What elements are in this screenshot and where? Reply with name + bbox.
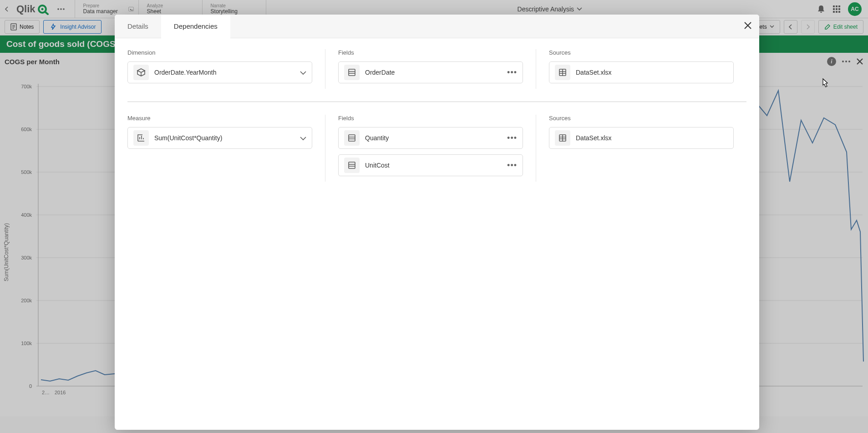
dependency-row-dimension: Dimension OrderDate.YearMonth Fields Ord…: [127, 49, 746, 102]
field-icon: [344, 130, 360, 146]
source-pill[interactable]: DataSet.xlsx: [549, 127, 734, 149]
field-name: OrderDate: [365, 69, 502, 76]
measure-column: Measure Sum(UnitCost*Quantity): [127, 115, 325, 182]
modal-close-button[interactable]: [744, 20, 752, 32]
chevron-down-icon[interactable]: [300, 133, 306, 143]
field-more-button[interactable]: •••: [507, 133, 517, 143]
table-icon: [555, 65, 570, 80]
sources-column: Sources DataSet.xlsx: [536, 49, 746, 89]
sources-column: Sources DataSet.xlsx: [536, 115, 746, 182]
field-pill[interactable]: UnitCost •••: [338, 154, 523, 176]
field-icon: [344, 65, 360, 80]
table-icon: [555, 130, 570, 146]
cube-icon: [133, 65, 149, 80]
source-pill[interactable]: DataSet.xlsx: [549, 61, 734, 83]
dependency-row-measure: Measure Sum(UnitCost*Quantity) Fields Qu…: [127, 115, 746, 194]
fields-column: Fields Quantity ••• UnitCost •••: [325, 115, 536, 182]
close-icon: [744, 21, 752, 30]
modal-body: Dimension OrderDate.YearMonth Fields Ord…: [115, 38, 759, 430]
dimension-label: Dimension: [127, 49, 312, 56]
fields-column: Fields OrderDate •••: [325, 49, 536, 89]
field-pill[interactable]: Quantity •••: [338, 127, 523, 149]
fields-label: Fields: [338, 115, 523, 122]
field-pill[interactable]: OrderDate •••: [338, 61, 523, 83]
field-more-button[interactable]: •••: [507, 161, 517, 170]
tab-dependencies[interactable]: Dependencies: [161, 15, 230, 38]
field-name: Quantity: [365, 134, 502, 142]
field-name: UnitCost: [365, 162, 502, 169]
field-more-button[interactable]: •••: [507, 68, 517, 77]
sources-label: Sources: [549, 49, 734, 56]
measure-pill[interactable]: Sum(UnitCost*Quantity): [127, 127, 312, 149]
dimension-column: Dimension OrderDate.YearMonth: [127, 49, 325, 89]
measure-name: Sum(UnitCost*Quantity): [154, 134, 294, 142]
sources-label: Sources: [549, 115, 734, 122]
modal-tabs: Details Dependencies: [115, 15, 759, 38]
tab-details[interactable]: Details: [115, 15, 161, 38]
measure-label: Measure: [127, 115, 312, 122]
dimension-name: OrderDate.YearMonth: [154, 69, 294, 76]
dimension-pill[interactable]: OrderDate.YearMonth: [127, 61, 312, 83]
chevron-down-icon[interactable]: [300, 68, 306, 77]
fx-icon: [133, 130, 149, 146]
source-name: DataSet.xlsx: [576, 134, 728, 142]
svg-rect-40: [349, 135, 355, 141]
field-icon: [344, 158, 360, 173]
svg-rect-38: [349, 69, 355, 76]
svg-rect-41: [349, 162, 355, 168]
source-name: DataSet.xlsx: [576, 69, 728, 76]
fields-label: Fields: [338, 49, 523, 56]
dependencies-modal: Details Dependencies Dimension OrderDate…: [115, 15, 759, 430]
